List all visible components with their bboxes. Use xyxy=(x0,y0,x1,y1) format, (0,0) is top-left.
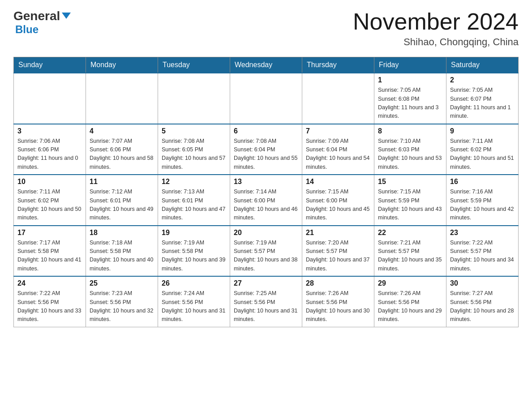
day-number: 11 xyxy=(90,178,154,186)
day-number: 26 xyxy=(162,279,226,287)
day-number: 1 xyxy=(378,76,442,84)
calendar-cell: 16Sunrise: 7:16 AMSunset: 5:59 PMDayligh… xyxy=(446,175,519,226)
header-right: November 2024 Shihao, Chongqing, China xyxy=(353,9,519,48)
calendar-header-saturday: Saturday xyxy=(446,57,519,73)
calendar-cell: 30Sunrise: 7:27 AMSunset: 5:56 PMDayligh… xyxy=(446,276,519,327)
day-info: Sunrise: 7:08 AMSunset: 6:04 PMDaylight:… xyxy=(234,137,298,172)
day-number: 24 xyxy=(17,279,82,287)
day-info: Sunrise: 7:14 AMSunset: 6:00 PMDaylight:… xyxy=(234,188,298,223)
calendar-header-tuesday: Tuesday xyxy=(158,57,230,73)
calendar-cell xyxy=(230,73,302,124)
day-info: Sunrise: 7:09 AMSunset: 6:04 PMDaylight:… xyxy=(306,137,370,172)
calendar-cell: 5Sunrise: 7:08 AMSunset: 6:05 PMDaylight… xyxy=(158,124,230,175)
calendar-cell: 24Sunrise: 7:22 AMSunset: 5:56 PMDayligh… xyxy=(14,276,86,327)
calendar-week-2: 3Sunrise: 7:06 AMSunset: 6:06 PMDaylight… xyxy=(14,124,519,175)
day-number: 16 xyxy=(450,178,515,186)
day-number: 21 xyxy=(306,229,370,237)
day-info: Sunrise: 7:20 AMSunset: 5:57 PMDaylight:… xyxy=(306,239,370,274)
day-info: Sunrise: 7:12 AMSunset: 6:01 PMDaylight:… xyxy=(90,188,154,223)
day-number: 9 xyxy=(450,127,515,135)
day-number: 7 xyxy=(306,127,370,135)
calendar-cell: 27Sunrise: 7:25 AMSunset: 5:56 PMDayligh… xyxy=(230,276,302,327)
calendar-header-wednesday: Wednesday xyxy=(230,57,302,73)
calendar-header-monday: Monday xyxy=(86,57,158,73)
calendar-cell: 3Sunrise: 7:06 AMSunset: 6:06 PMDaylight… xyxy=(14,124,86,175)
logo-text: General xyxy=(13,9,71,23)
day-number: 29 xyxy=(378,279,442,287)
day-info: Sunrise: 7:11 AMSunset: 6:02 PMDaylight:… xyxy=(450,137,515,172)
calendar-week-3: 10Sunrise: 7:11 AMSunset: 6:02 PMDayligh… xyxy=(14,175,519,226)
day-info: Sunrise: 7:22 AMSunset: 5:56 PMDaylight:… xyxy=(17,289,82,324)
day-number: 28 xyxy=(306,279,370,287)
day-number: 30 xyxy=(450,279,515,287)
day-number: 27 xyxy=(234,279,298,287)
day-number: 8 xyxy=(378,127,442,135)
calendar-cell: 28Sunrise: 7:26 AMSunset: 5:56 PMDayligh… xyxy=(302,276,374,327)
day-info: Sunrise: 7:24 AMSunset: 5:56 PMDaylight:… xyxy=(162,289,226,324)
calendar-cell: 6Sunrise: 7:08 AMSunset: 6:04 PMDaylight… xyxy=(230,124,302,175)
calendar-cell: 13Sunrise: 7:14 AMSunset: 6:00 PMDayligh… xyxy=(230,175,302,226)
day-info: Sunrise: 7:19 AMSunset: 5:57 PMDaylight:… xyxy=(234,239,298,274)
calendar-cell: 14Sunrise: 7:15 AMSunset: 6:00 PMDayligh… xyxy=(302,175,374,226)
calendar-cell: 8Sunrise: 7:10 AMSunset: 6:03 PMDaylight… xyxy=(374,124,446,175)
day-number: 12 xyxy=(162,178,226,186)
logo-general-text: General xyxy=(13,9,60,23)
day-number: 14 xyxy=(306,178,370,186)
day-number: 3 xyxy=(17,127,82,135)
calendar-cell: 19Sunrise: 7:19 AMSunset: 5:58 PMDayligh… xyxy=(158,226,230,277)
calendar-cell: 12Sunrise: 7:13 AMSunset: 6:01 PMDayligh… xyxy=(158,175,230,226)
day-info: Sunrise: 7:26 AMSunset: 5:56 PMDaylight:… xyxy=(306,289,370,324)
day-number: 4 xyxy=(90,127,154,135)
calendar-cell: 29Sunrise: 7:26 AMSunset: 5:56 PMDayligh… xyxy=(374,276,446,327)
calendar-cell: 11Sunrise: 7:12 AMSunset: 6:01 PMDayligh… xyxy=(86,175,158,226)
day-number: 20 xyxy=(234,229,298,237)
calendar-cell: 2Sunrise: 7:05 AMSunset: 6:07 PMDaylight… xyxy=(446,73,519,124)
calendar-cell xyxy=(86,73,158,124)
day-number: 5 xyxy=(162,127,226,135)
day-info: Sunrise: 7:16 AMSunset: 5:59 PMDaylight:… xyxy=(450,188,515,223)
day-info: Sunrise: 7:08 AMSunset: 6:05 PMDaylight:… xyxy=(162,137,226,172)
day-info: Sunrise: 7:26 AMSunset: 5:56 PMDaylight:… xyxy=(378,289,442,324)
calendar-week-5: 24Sunrise: 7:22 AMSunset: 5:56 PMDayligh… xyxy=(14,276,519,327)
calendar-week-4: 17Sunrise: 7:17 AMSunset: 5:58 PMDayligh… xyxy=(14,226,519,277)
day-number: 10 xyxy=(17,178,82,186)
calendar-cell: 9Sunrise: 7:11 AMSunset: 6:02 PMDaylight… xyxy=(446,124,519,175)
calendar-header-thursday: Thursday xyxy=(302,57,374,73)
day-number: 25 xyxy=(90,279,154,287)
day-info: Sunrise: 7:10 AMSunset: 6:03 PMDaylight:… xyxy=(378,137,442,172)
day-info: Sunrise: 7:23 AMSunset: 5:56 PMDaylight:… xyxy=(90,289,154,324)
logo-blue-text: Blue xyxy=(15,23,39,36)
day-info: Sunrise: 7:21 AMSunset: 5:57 PMDaylight:… xyxy=(378,239,442,274)
day-number: 15 xyxy=(378,178,442,186)
calendar-cell: 18Sunrise: 7:18 AMSunset: 5:58 PMDayligh… xyxy=(86,226,158,277)
day-info: Sunrise: 7:18 AMSunset: 5:58 PMDaylight:… xyxy=(90,239,154,274)
day-number: 23 xyxy=(450,229,515,237)
calendar-cell: 25Sunrise: 7:23 AMSunset: 5:56 PMDayligh… xyxy=(86,276,158,327)
page-header: General Blue November 2024 Shihao, Chong… xyxy=(13,9,519,48)
calendar-week-1: 1Sunrise: 7:05 AMSunset: 6:08 PMDaylight… xyxy=(14,73,519,124)
calendar-table: SundayMondayTuesdayWednesdayThursdayFrid… xyxy=(13,57,519,327)
logo-triangle-icon xyxy=(62,13,71,19)
day-number: 2 xyxy=(450,76,515,84)
month-title: November 2024 xyxy=(353,9,519,34)
calendar-header-sunday: Sunday xyxy=(14,57,86,73)
calendar-cell xyxy=(14,73,86,124)
calendar-cell: 10Sunrise: 7:11 AMSunset: 6:02 PMDayligh… xyxy=(14,175,86,226)
calendar-cell: 17Sunrise: 7:17 AMSunset: 5:58 PMDayligh… xyxy=(14,226,86,277)
calendar-cell: 23Sunrise: 7:22 AMSunset: 5:57 PMDayligh… xyxy=(446,226,519,277)
calendar-header-row: SundayMondayTuesdayWednesdayThursdayFrid… xyxy=(14,57,519,73)
calendar-cell: 4Sunrise: 7:07 AMSunset: 6:06 PMDaylight… xyxy=(86,124,158,175)
calendar-cell: 7Sunrise: 7:09 AMSunset: 6:04 PMDaylight… xyxy=(302,124,374,175)
day-info: Sunrise: 7:11 AMSunset: 6:02 PMDaylight:… xyxy=(17,188,82,223)
day-info: Sunrise: 7:22 AMSunset: 5:57 PMDaylight:… xyxy=(450,239,515,274)
day-number: 13 xyxy=(234,178,298,186)
calendar-header-friday: Friday xyxy=(374,57,446,73)
day-info: Sunrise: 7:06 AMSunset: 6:06 PMDaylight:… xyxy=(17,137,82,172)
day-info: Sunrise: 7:05 AMSunset: 6:08 PMDaylight:… xyxy=(378,86,442,121)
day-number: 18 xyxy=(90,229,154,237)
calendar-cell xyxy=(302,73,374,124)
day-info: Sunrise: 7:07 AMSunset: 6:06 PMDaylight:… xyxy=(90,137,154,172)
calendar-cell: 15Sunrise: 7:15 AMSunset: 5:59 PMDayligh… xyxy=(374,175,446,226)
calendar-cell: 20Sunrise: 7:19 AMSunset: 5:57 PMDayligh… xyxy=(230,226,302,277)
location-subtitle: Shihao, Chongqing, China xyxy=(353,36,519,48)
